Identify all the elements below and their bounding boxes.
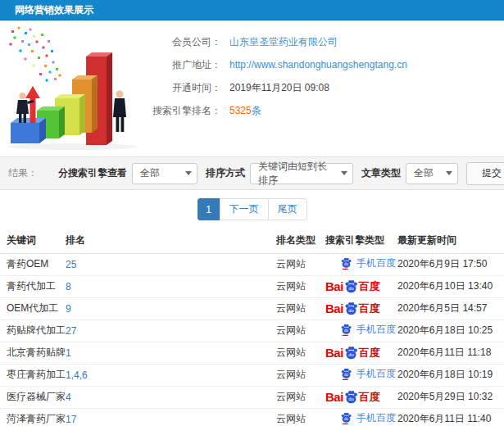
baidu-paw-icon: du: [344, 346, 358, 360]
update-time-cell: 2020年6月5日 14:57: [397, 297, 504, 320]
sort-label: 排序方式: [206, 166, 245, 180]
results-table: 关键词 排名 排名类型 搜索引擎类型 最新更新时间 膏药OEM 25 云网站 d…: [0, 229, 504, 426]
mobile-baidu-logo: du 手机百度: [325, 256, 396, 270]
table-row: 枣庄膏药加工 1,4,6 云网站 du 手机百度 Bai: [0, 364, 504, 386]
rank-unit: 条: [252, 105, 261, 116]
engine-cell: du 百度 Bai du 百度: [325, 386, 397, 408]
engine-filter-label: 分搜索引擎查看: [58, 166, 127, 180]
rank-type-cell: 云网站: [276, 320, 325, 342]
results-label: 结果：: [8, 166, 38, 180]
engine-filter-value: 全部: [140, 166, 160, 180]
sort-value: 关键词由短到长排序: [258, 160, 336, 188]
page-button-next[interactable]: 下一页: [220, 198, 269, 220]
svg-text:du: du: [348, 286, 353, 291]
engine-cell: du 百度 Bai du 百度: [325, 297, 397, 320]
table-body: 膏药OEM 25 云网站 du 手机百度 Bai d: [0, 253, 504, 426]
svg-text:du: du: [348, 352, 353, 357]
engine-cell: du 手机百度 Bai du 手机百度: [325, 253, 397, 275]
table-row: 北京膏药贴牌 1 云网站 du 百度 Bai du: [0, 342, 504, 364]
engine-cell: du 手机百度 Bai du 手机百度: [325, 320, 397, 342]
engine-cell: du 手机百度 Bai du 手机百度: [325, 408, 397, 426]
mobile-baidu-logo: du 手机百度: [325, 411, 396, 425]
table-header-row: 关键词 排名 排名类型 搜索引擎类型 最新更新时间: [0, 229, 504, 253]
pagination: 1 下一页 尾页: [0, 190, 504, 229]
keyword-cell: 药贴牌代加工: [0, 320, 66, 342]
chevron-down-icon: [341, 171, 347, 175]
mobile-baidu-logo: du 手机百度: [325, 367, 396, 381]
baidu-red-underline: [343, 269, 348, 270]
engine-label: 手机百度: [356, 256, 396, 270]
baidu-paw-icon: du: [344, 301, 358, 315]
rank-total-value: 5325条: [229, 104, 261, 118]
engine-label: 百度: [359, 279, 380, 294]
baidu-logo-bai: Bai: [325, 390, 343, 404]
header-rank-type: 排名类型: [276, 229, 325, 253]
update-time-cell: 2020年5月29日 10:32: [397, 386, 504, 408]
businessman-right: [113, 91, 126, 133]
article-type-label: 文章类型: [361, 166, 401, 180]
rank-link[interactable]: 27: [66, 320, 276, 342]
rank-link[interactable]: 8: [66, 275, 276, 297]
baidu-paw-icon: du: [344, 279, 358, 293]
table-row: 膏药代加工 8 云网站 du 百度 Bai du: [0, 275, 504, 297]
header-update-time: 最新更新时间: [397, 229, 504, 253]
article-type-select[interactable]: 全部: [406, 163, 458, 184]
engine-label: 手机百度: [356, 411, 396, 425]
rank-type-cell: 云网站: [276, 297, 325, 320]
page-button-current[interactable]: 1: [198, 198, 220, 220]
svg-text:du: du: [348, 308, 353, 313]
baidu-logo-bai: Bai: [325, 301, 343, 315]
update-time-cell: 2020年6月18日 10:19: [397, 364, 504, 386]
rank-link[interactable]: 17: [66, 408, 276, 426]
promo-url-link[interactable]: http://www.shandonghuangshengtang.cn: [229, 59, 407, 70]
update-time-cell: 2020年6月10日 13:40: [397, 275, 504, 297]
sort-select[interactable]: 关键词由短到长排序: [250, 163, 353, 184]
svg-text:du: du: [344, 373, 349, 377]
table-row: 菏泽膏药厂家 17 云网站 du 手机百度 Bai: [0, 408, 504, 426]
keyword-cell: 膏药OEM: [0, 253, 66, 275]
keyword-cell: 北京膏药贴牌: [0, 342, 66, 364]
rank-type-cell: 云网站: [276, 342, 325, 364]
baidu-logo-bai: Bai: [325, 346, 343, 360]
engine-filter-select[interactable]: 全部: [132, 163, 198, 184]
engine-label: 手机百度: [356, 323, 396, 337]
rank-link[interactable]: 25: [66, 253, 276, 275]
info-section: 会员公司： 山东皇圣堂药业有限公司 推广地址： http://www.shand…: [0, 20, 504, 156]
rank-link[interactable]: 1: [66, 342, 276, 364]
filter-controls: 分搜索引擎查看 全部 排序方式 关键词由短到长排序 文章类型 全部 提交: [50, 162, 504, 185]
keyword-cell: 膏药代加工: [0, 275, 66, 297]
baidu-paw-icon: du: [340, 412, 352, 424]
rank-link[interactable]: 9: [66, 297, 276, 320]
keyword-cell: 医疗器械厂家: [0, 386, 66, 408]
baidu-red-underline: [343, 424, 348, 424]
page-button-last[interactable]: 尾页: [268, 198, 307, 220]
table-row: 药贴牌代加工 27 云网站 du 手机百度 Bai: [0, 320, 504, 342]
submit-button[interactable]: 提交: [466, 162, 504, 185]
open-time-label: 开通时间：: [146, 81, 221, 95]
open-time-value: 2019年11月20日 09:08: [229, 81, 329, 95]
company-info: 会员公司： 山东皇圣堂药业有限公司 推广地址： http://www.shand…: [146, 30, 407, 122]
engine-label: 百度: [359, 346, 380, 360]
svg-text:du: du: [348, 397, 353, 401]
svg-text:du: du: [344, 262, 349, 266]
confetti-decoration: [9, 26, 61, 81]
header-engine-type: 搜索引擎类型: [325, 229, 397, 253]
company-name-link[interactable]: 山东皇圣堂药业有限公司: [229, 35, 338, 49]
engine-cell: du 手机百度 Bai du 手机百度: [325, 364, 397, 386]
svg-text:du: du: [344, 329, 349, 333]
baidu-logo: Bai du 百度: [325, 279, 380, 294]
baidu-paw-icon: du: [340, 324, 352, 336]
rank-link[interactable]: 1,4,6: [66, 364, 276, 386]
table-row: 医疗器械厂家 4 云网站 du 百度 Bai du: [0, 386, 504, 408]
rank-type-cell: 云网站: [276, 253, 325, 275]
engine-label: 手机百度: [356, 367, 396, 381]
promo-url-label: 推广地址：: [146, 58, 221, 72]
rank-type-cell: 云网站: [276, 386, 325, 408]
update-time-cell: 2020年6月11日 11:40: [397, 408, 504, 426]
baidu-paw-icon: du: [344, 390, 358, 404]
rank-link[interactable]: 4: [66, 386, 276, 408]
baidu-paw-icon: du: [340, 368, 352, 380]
table-row: 膏药OEM 25 云网站 du 手机百度 Bai d: [0, 253, 504, 275]
header-rank: 排名: [66, 229, 276, 253]
update-time-cell: 2020年6月18日 10:25: [397, 320, 504, 342]
